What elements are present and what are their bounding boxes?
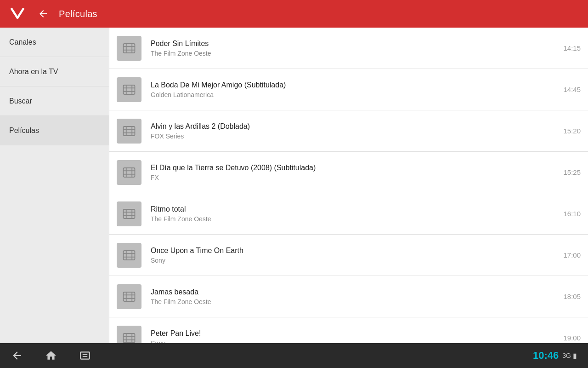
movie-thumbnail <box>117 284 141 309</box>
movie-channel: FOX Series <box>151 132 556 140</box>
app-bar: Películas <box>0 0 588 28</box>
svg-rect-42 <box>83 356 88 357</box>
movie-thumbnail <box>117 77 141 102</box>
movie-title: Jamas besada <box>151 288 556 296</box>
back-nav-icon[interactable] <box>11 350 23 362</box>
movie-channel: FX <box>151 174 556 181</box>
movie-title: Once Upon a Time On Earth <box>151 247 556 255</box>
sidebar: Canales Ahora en la TV Buscar Películas <box>0 28 109 368</box>
svg-rect-20 <box>124 209 135 218</box>
nav-left <box>11 350 91 362</box>
nav-right: 10:46 3G ▮ <box>533 350 577 362</box>
movie-thumbnail <box>117 243 141 268</box>
movie-channel: The Film Zone Oeste <box>151 215 556 223</box>
movie-title: La Boda De Mi Mejor Amigo (Subtitulada) <box>151 81 556 89</box>
movie-channel: The Film Zone Oeste <box>151 298 556 305</box>
movie-row[interactable]: El Día que la Tierra se Detuvo (2008) (S… <box>109 152 588 193</box>
movie-time: 14:45 <box>563 86 581 93</box>
movie-row[interactable]: Poder Sin Límites The Film Zone Oeste 14… <box>109 28 588 69</box>
movie-info: Ritmo total The Film Zone Oeste <box>151 205 556 223</box>
movie-title: El Día que la Tierra se Detuvo (2008) (S… <box>151 164 556 172</box>
movie-row[interactable]: Jamas besada The Film Zone Oeste 18:05 <box>109 276 588 317</box>
movie-title: Ritmo total <box>151 205 556 213</box>
svg-rect-25 <box>124 251 135 260</box>
movie-info: La Boda De Mi Mejor Amigo (Subtitulada) … <box>151 81 556 98</box>
movie-title: Peter Pan Live! <box>151 329 556 338</box>
svg-rect-15 <box>124 168 135 177</box>
movie-channel: Sony <box>151 257 556 264</box>
movie-row[interactable]: Alvin y las Ardillas 2 (Doblada) FOX Ser… <box>109 110 588 152</box>
movie-channel: Golden Lationamerica <box>151 91 556 98</box>
home-nav-icon[interactable] <box>45 350 57 362</box>
status-time: 10:46 <box>533 350 559 362</box>
svg-rect-41 <box>83 354 88 355</box>
movie-info: Once Upon a Time On Earth Sony <box>151 247 556 264</box>
movie-thumbnail <box>117 201 141 226</box>
movie-row[interactable]: Once Upon a Time On Earth Sony 17:00 <box>109 235 588 276</box>
movie-info: Poder Sin Límites The Film Zone Oeste <box>151 40 556 57</box>
svg-rect-35 <box>124 334 135 343</box>
movie-time: 15:25 <box>563 168 581 176</box>
movie-info: Jamas besada The Film Zone Oeste <box>151 288 556 305</box>
movie-row[interactable]: La Boda De Mi Mejor Amigo (Subtitulada) … <box>109 69 588 110</box>
svg-rect-10 <box>124 126 135 136</box>
movie-time: 19:00 <box>563 334 581 342</box>
svg-rect-40 <box>80 352 90 359</box>
content-area: Poder Sin Límites The Film Zone Oeste 14… <box>109 28 588 368</box>
movie-time: 18:05 <box>563 293 581 300</box>
movie-time: 16:10 <box>563 210 581 218</box>
back-button[interactable] <box>35 6 51 22</box>
movie-time: 14:15 <box>563 44 581 52</box>
movie-channel: The Film Zone Oeste <box>151 50 556 57</box>
movie-title: Poder Sin Límites <box>151 40 556 48</box>
movie-thumbnail <box>117 119 141 144</box>
app-title: Películas <box>59 9 97 19</box>
svg-rect-5 <box>124 85 135 94</box>
recent-nav-icon[interactable] <box>79 350 91 362</box>
movie-time: 17:00 <box>563 251 581 259</box>
movie-info: Alvin y las Ardillas 2 (Doblada) FOX Ser… <box>151 122 556 140</box>
movie-thumbnail <box>117 160 141 185</box>
svg-rect-0 <box>124 44 135 53</box>
svg-rect-30 <box>124 292 135 301</box>
sidebar-item-peliculas[interactable]: Películas <box>0 116 109 145</box>
main-layout: Canales Ahora en la TV Buscar Películas … <box>0 28 588 368</box>
movie-info: El Día que la Tierra se Detuvo (2008) (S… <box>151 164 556 181</box>
movie-title: Alvin y las Ardillas 2 (Doblada) <box>151 122 556 131</box>
movie-row[interactable]: Ritmo total The Film Zone Oeste 16:10 <box>109 193 588 235</box>
movie-thumbnail <box>117 36 141 61</box>
status-icons: 3G ▮ <box>562 351 577 360</box>
sidebar-item-ahora[interactable]: Ahora en la TV <box>0 57 109 86</box>
signal-icon: 3G <box>562 352 571 359</box>
app-logo <box>7 4 28 24</box>
sidebar-item-buscar[interactable]: Buscar <box>0 86 109 116</box>
movie-time: 15:20 <box>563 127 581 135</box>
battery-icon: ▮ <box>573 351 577 360</box>
sidebar-item-canales[interactable]: Canales <box>0 28 109 57</box>
nav-bar: 10:46 3G ▮ <box>0 343 588 368</box>
